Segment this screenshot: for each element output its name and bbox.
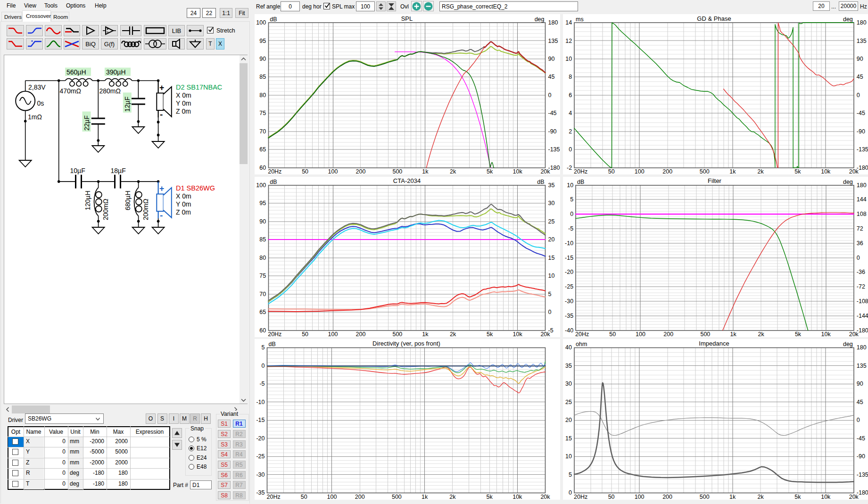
svg-text:-35: -35 <box>565 312 573 319</box>
svg-text:100: 100 <box>328 168 338 174</box>
svg-text:-40: -40 <box>565 327 573 333</box>
svg-text:-20: -20 <box>565 269 573 275</box>
svg-text:65: 65 <box>259 309 266 315</box>
svg-text:-30: -30 <box>565 298 573 305</box>
svg-text:20k: 20k <box>540 494 550 500</box>
svg-text:1k: 1k <box>422 168 429 174</box>
svg-text:135: 135 <box>856 363 866 369</box>
svg-text:-90: -90 <box>856 453 865 460</box>
svg-text:50: 50 <box>609 331 616 337</box>
svg-text:-72: -72 <box>856 283 865 290</box>
svg-text:X 0m: X 0m <box>176 91 191 99</box>
svg-text:-135: -135 <box>856 471 868 478</box>
svg-text:2: 2 <box>569 128 572 134</box>
svg-text:10k: 10k <box>821 494 831 500</box>
svg-text:20Hz: 20Hz <box>268 168 281 174</box>
svg-text:2k: 2k <box>757 168 764 174</box>
svg-text:-45: -45 <box>856 435 865 442</box>
svg-text:1mΩ: 1mΩ <box>28 113 42 121</box>
svg-text:-90: -90 <box>548 128 557 134</box>
svg-text:500: 500 <box>700 331 710 337</box>
svg-text:1k: 1k <box>729 168 736 174</box>
svg-text:10: 10 <box>565 55 572 62</box>
svg-text:deg: deg <box>843 16 852 23</box>
svg-text:0: 0 <box>570 211 573 217</box>
svg-text:5: 5 <box>548 290 552 297</box>
svg-text:90: 90 <box>856 55 863 62</box>
svg-text:-25: -25 <box>256 453 265 460</box>
svg-text:500: 500 <box>699 494 709 500</box>
svg-text:5k: 5k <box>794 331 801 337</box>
svg-text:10: 10 <box>565 453 572 460</box>
svg-text:-20: -20 <box>256 435 265 442</box>
svg-text:120µH: 120µH <box>84 190 91 210</box>
svg-text:70: 70 <box>259 290 266 297</box>
svg-text:560µH: 560µH <box>66 68 86 76</box>
svg-text:0: 0 <box>569 146 572 153</box>
svg-text:-108: -108 <box>856 298 868 305</box>
svg-text:5k: 5k <box>486 494 493 500</box>
svg-text:10µF: 10µF <box>70 167 85 174</box>
svg-text:500: 500 <box>392 494 402 500</box>
svg-text:dB: dB <box>537 178 544 185</box>
svg-text:30: 30 <box>548 200 555 207</box>
svg-text:15: 15 <box>548 254 555 261</box>
svg-text:100: 100 <box>634 494 644 500</box>
svg-text:Z 0m: Z 0m <box>176 107 191 115</box>
svg-text:680µH: 680µH <box>124 190 132 210</box>
svg-text:12: 12 <box>565 37 572 44</box>
svg-text:2,83V: 2,83V <box>28 83 46 91</box>
svg-text:72: 72 <box>856 225 863 232</box>
svg-text:18µF: 18µF <box>111 167 126 174</box>
svg-text:200: 200 <box>356 331 366 337</box>
svg-text:0: 0 <box>262 363 265 369</box>
svg-text:deg: deg <box>843 341 852 347</box>
svg-text:180: 180 <box>548 19 558 26</box>
svg-text:D2 SB17NBAC: D2 SB17NBAC <box>176 83 222 91</box>
svg-text:200mΩ: 200mΩ <box>142 199 149 221</box>
svg-text:10k: 10k <box>821 168 831 174</box>
svg-text:5: 5 <box>570 196 573 203</box>
svg-text:ms: ms <box>576 16 584 23</box>
svg-text:+: + <box>159 184 164 193</box>
svg-text:0: 0 <box>856 254 860 261</box>
svg-text:0s: 0s <box>37 99 44 107</box>
svg-text:50: 50 <box>302 168 308 174</box>
svg-text:5k: 5k <box>794 494 801 500</box>
svg-text:20k: 20k <box>849 494 859 500</box>
svg-text:-35: -35 <box>256 489 265 496</box>
svg-text:-45: -45 <box>856 110 865 116</box>
svg-text:200: 200 <box>662 494 672 500</box>
svg-text:35: 35 <box>548 182 555 188</box>
svg-text:65: 65 <box>259 146 266 153</box>
svg-text:100: 100 <box>636 331 645 337</box>
svg-text:36: 36 <box>856 240 863 246</box>
svg-text:35: 35 <box>565 363 572 369</box>
svg-text:50: 50 <box>301 494 307 500</box>
svg-text:2k: 2k <box>757 494 764 500</box>
svg-text:108: 108 <box>856 211 866 217</box>
svg-text:-144: -144 <box>856 312 868 319</box>
svg-text:20k: 20k <box>849 331 859 337</box>
svg-text:0: 0 <box>856 91 860 98</box>
svg-text:-25: -25 <box>565 283 573 290</box>
svg-text:Filter: Filter <box>708 177 722 184</box>
svg-text:-36: -36 <box>856 269 865 275</box>
svg-text:1k: 1k <box>422 494 428 500</box>
svg-text:5k: 5k <box>487 331 493 337</box>
svg-text:45: 45 <box>856 74 863 80</box>
svg-text:1k: 1k <box>730 331 736 337</box>
svg-text:2k: 2k <box>450 168 456 174</box>
svg-text:Impedance: Impedance <box>699 340 729 347</box>
svg-text:10k: 10k <box>513 168 523 174</box>
svg-text:5k: 5k <box>487 168 493 174</box>
svg-text:ohm: ohm <box>576 341 587 347</box>
svg-text:Y 0m: Y 0m <box>176 200 191 208</box>
svg-text:2k: 2k <box>449 494 456 500</box>
svg-text:90: 90 <box>548 55 555 62</box>
svg-text:5: 5 <box>569 471 572 478</box>
svg-text:100: 100 <box>327 494 337 500</box>
svg-text:95: 95 <box>259 37 266 44</box>
svg-text:-2: -2 <box>566 164 571 171</box>
svg-text:200: 200 <box>356 168 366 174</box>
